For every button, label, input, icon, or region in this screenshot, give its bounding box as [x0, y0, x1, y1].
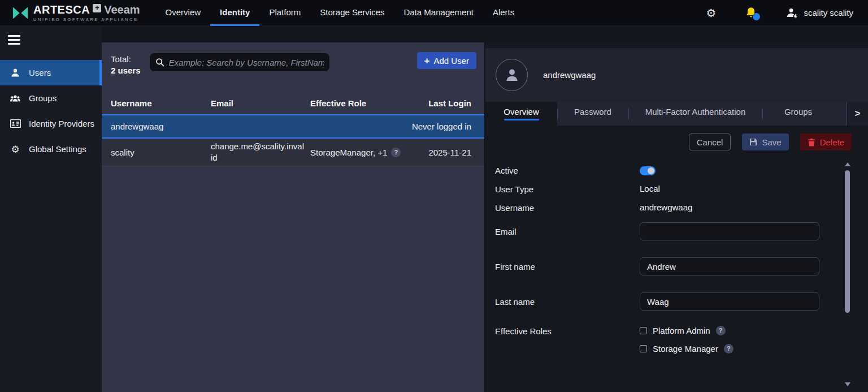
delete-button[interactable]: Delete — [800, 133, 852, 150]
platform-admin-checkbox[interactable] — [640, 327, 647, 334]
partner-name: Veeam — [104, 3, 140, 16]
save-button[interactable]: Save — [742, 133, 788, 150]
active-label: Active — [495, 165, 640, 175]
users-table-header: Username Email Effective Role Last Login — [102, 92, 484, 114]
chevron-right-icon[interactable]: > — [847, 102, 868, 126]
cell-username: andrewgwaag — [111, 122, 211, 131]
first-name-field[interactable] — [640, 257, 819, 275]
veeam-plus-icon: + — [93, 4, 101, 12]
arrow-up-icon[interactable] — [845, 162, 850, 166]
users-total: Total: 2 users — [111, 52, 141, 76]
sidebar-item-identity-providers[interactable]: Identity Providers — [0, 111, 102, 136]
search-input[interactable] — [169, 58, 324, 67]
question-circle-icon[interactable] — [391, 148, 401, 157]
tab-multi-factor-authentication[interactable]: Multi-Factor Authentication — [628, 102, 762, 126]
tab-overview[interactable]: Overview — [485, 102, 557, 126]
sidebar-item-label: Users — [29, 68, 51, 77]
arrow-down-icon[interactable] — [845, 382, 850, 386]
person-icon — [504, 67, 520, 84]
cell-effective-role: StorageManager, +1 — [310, 148, 409, 157]
floppy-icon — [749, 138, 757, 146]
detail-actions: Cancel Save Delete — [485, 133, 852, 150]
sidebar: Users Groups — [0, 26, 102, 392]
email-label: Email — [495, 226, 640, 236]
avatar — [496, 59, 528, 91]
add-user-label: Add User — [433, 56, 469, 66]
detail-title: andrewgwaag — [543, 70, 596, 80]
scrollbar-thumb[interactable] — [845, 170, 850, 313]
tab-groups[interactable]: Groups — [762, 102, 834, 126]
effective-roles-label: Effective Roles — [495, 326, 640, 354]
main-nav: Overview Identity Platform Storage Servi… — [156, 0, 524, 26]
user-gear-icon — [786, 7, 798, 19]
top-nav: ARTESCA + Veeam UNIFIED SOFTWARE APPLIAN… — [0, 0, 868, 26]
artesca-logo-icon — [12, 6, 28, 20]
id-card-icon — [10, 119, 21, 128]
last-name-field[interactable] — [640, 292, 819, 311]
detail-tabs: Overview Password Multi-Factor Authentic… — [485, 102, 868, 126]
user-type-label: User Type — [495, 184, 640, 194]
cell-last-login: Never logged in — [409, 122, 471, 131]
brand-name: ARTESCA — [33, 3, 90, 16]
user-icon — [10, 68, 21, 78]
cancel-button[interactable]: Cancel — [689, 133, 731, 150]
storage-manager-checkbox[interactable] — [640, 345, 647, 352]
active-tab-underline — [504, 119, 539, 120]
app-logo: ARTESCA + Veeam UNIFIED SOFTWARE APPLIAN… — [0, 3, 140, 22]
role-storage-manager: Storage Manager — [640, 344, 734, 354]
account-menu[interactable]: scality scality — [786, 7, 853, 19]
trash-icon — [808, 138, 815, 147]
gear-icon: ⚙ — [10, 144, 21, 155]
total-value: 2 users — [111, 65, 141, 76]
sidebar-item-label: Global Settings — [29, 144, 86, 154]
col-last-login: Last Login — [409, 98, 471, 108]
user-search — [150, 53, 329, 71]
user-type-value: Local — [640, 184, 660, 194]
active-toggle[interactable] — [640, 166, 656, 175]
nav-item-identity[interactable]: Identity — [210, 0, 259, 26]
username-value: andrewgwaag — [640, 203, 692, 213]
sidebar-item-global-settings[interactable]: ⚙ Global Settings — [0, 136, 102, 162]
total-label: Total: — [111, 54, 141, 65]
col-email: Email — [211, 98, 310, 108]
nav-item-platform[interactable]: Platform — [259, 0, 310, 26]
users-icon — [10, 93, 21, 104]
settings-gear-icon[interactable]: ⚙ — [706, 7, 717, 19]
add-user-button[interactable]: + Add User — [417, 52, 476, 69]
detail-scrollbar[interactable] — [844, 162, 850, 386]
plus-icon: + — [424, 56, 430, 66]
hamburger-menu-icon[interactable] — [8, 35, 20, 45]
nav-item-data-management[interactable]: Data Management — [394, 0, 483, 26]
notifications-bell-icon[interactable] — [744, 6, 758, 20]
sidebar-item-users[interactable]: Users — [0, 60, 102, 85]
last-name-label: Last name — [495, 296, 640, 307]
sidebar-item-label: Identity Providers — [29, 119, 94, 128]
email-field[interactable] — [640, 222, 819, 240]
cell-last-login: 2025-11-21 — [409, 148, 471, 157]
cell-email: change.me@scality.invalid — [211, 141, 310, 163]
account-label: scality scality — [804, 8, 853, 18]
nav-item-storage-services[interactable]: Storage Services — [310, 0, 394, 26]
col-effective-role: Effective Role — [310, 98, 409, 108]
notification-dot — [753, 13, 760, 20]
logo-tagline: UNIFIED SOFTWARE APPLIANCE — [33, 17, 140, 22]
col-username: Username — [111, 98, 211, 108]
user-overview-form: Active User Type Local Username andrewgw… — [495, 165, 868, 354]
user-detail-panel: andrewgwaag Overview Password Multi-Fact… — [484, 42, 868, 392]
first-name-label: First name — [495, 261, 640, 272]
sidebar-item-groups[interactable]: Groups — [0, 85, 102, 111]
sidebar-item-label: Groups — [29, 93, 57, 103]
question-circle-icon[interactable] — [724, 344, 734, 354]
table-row-scality[interactable]: scality change.me@scality.invalid Storag… — [102, 139, 484, 166]
nav-item-alerts[interactable]: Alerts — [483, 0, 524, 26]
user-detail-header: andrewgwaag — [485, 48, 868, 102]
user-list-panel: Total: 2 users + Add User Username Email… — [102, 42, 484, 392]
cell-username: scality — [111, 148, 211, 157]
nav-item-overview[interactable]: Overview — [156, 0, 211, 26]
role-platform-admin: Platform Admin — [640, 326, 734, 335]
search-icon — [155, 58, 164, 67]
table-row-andrewgwaag[interactable]: andrewgwaag Never logged in — [102, 114, 484, 139]
username-label: Username — [495, 203, 640, 213]
tab-password[interactable]: Password — [557, 102, 628, 126]
question-circle-icon[interactable] — [716, 326, 726, 335]
